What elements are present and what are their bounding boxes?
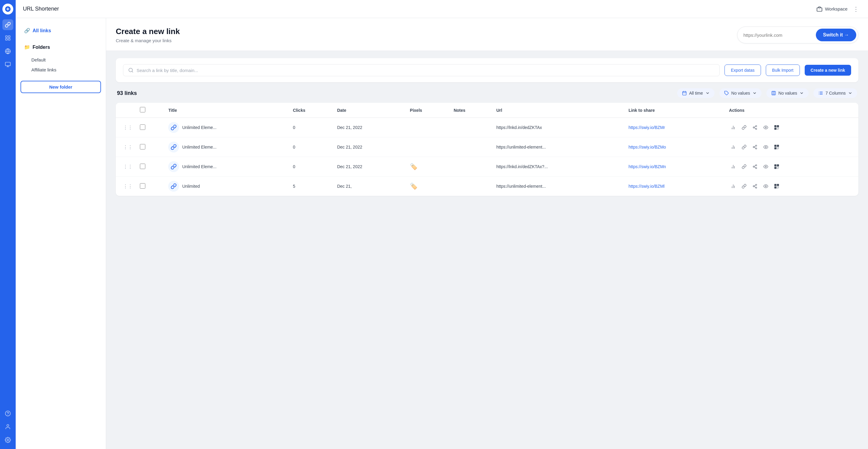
row-checkbox[interactable] (140, 183, 145, 189)
tags-filter[interactable]: No values (719, 88, 762, 98)
panel-heading: Create a new link (116, 27, 180, 36)
svg-line-17 (132, 71, 133, 72)
new-folder-button[interactable]: New folder (21, 81, 101, 93)
preview-icon[interactable] (762, 182, 770, 190)
row-checkbox[interactable] (140, 164, 145, 169)
search-input[interactable] (136, 68, 715, 73)
bulk-import-button[interactable]: Bulk Import (766, 64, 800, 76)
row-title: Unlimited Eleme... (182, 145, 216, 150)
copy-link-icon[interactable] (740, 143, 748, 151)
row-checkbox[interactable] (140, 124, 145, 130)
chevron-down-icon (706, 91, 710, 95)
share-icon[interactable] (751, 182, 759, 190)
pixels-cell: 🏷️ (406, 177, 450, 196)
sidebar-item-affiliate[interactable]: Affiliate links (21, 65, 101, 75)
svg-line-84 (754, 167, 756, 168)
preview-icon[interactable] (762, 143, 770, 151)
nav-item-settings[interactable] (2, 435, 13, 445)
app-title: URL Shortener (23, 6, 816, 12)
pixels-cell (406, 137, 450, 157)
share-link[interactable]: https://swiy.io/BZMn (629, 164, 666, 169)
drag-handle[interactable]: ⋮⋮ (123, 184, 133, 189)
sidebar-item-folders[interactable]: 📁 Folders (21, 42, 101, 53)
tags-no-values-label: No values (732, 91, 750, 96)
share-link[interactable]: https://swiy.io/BZMr (629, 125, 665, 130)
nav-item-globe[interactable] (2, 46, 13, 57)
share-icon[interactable] (751, 123, 759, 132)
svg-line-61 (754, 147, 756, 148)
nav-item-links[interactable] (2, 19, 13, 30)
qr-code-icon[interactable] (772, 162, 781, 171)
drag-cell: ⋮⋮ (116, 118, 136, 137)
link-favicon (168, 141, 179, 153)
select-all-checkbox[interactable] (140, 107, 145, 113)
panel-subheading: Create & manage your links (116, 38, 180, 43)
svg-rect-113 (775, 185, 776, 185)
copy-link-icon[interactable] (740, 162, 748, 171)
drag-handle[interactable]: ⋮⋮ (123, 164, 133, 169)
switch-it-button[interactable]: Switch it → (816, 29, 856, 41)
app-logo[interactable] (2, 4, 13, 14)
workspace-button[interactable]: Workspace (816, 6, 847, 12)
preview-icon[interactable] (762, 123, 770, 132)
share-icon[interactable] (751, 162, 759, 171)
svg-rect-68 (778, 146, 778, 146)
filter-bar: 93 links All time (116, 88, 858, 98)
nav-item-help[interactable] (2, 408, 13, 419)
share-link[interactable]: https://swiy.io/BZMo (629, 145, 666, 150)
svg-rect-46 (775, 128, 776, 129)
all-time-filter[interactable]: All time (677, 88, 715, 98)
col-title: Title (165, 103, 289, 118)
drag-handle[interactable]: ⋮⋮ (123, 145, 133, 150)
analytics-icon[interactable] (729, 162, 738, 171)
svg-rect-67 (775, 146, 776, 146)
analytics-icon[interactable] (729, 143, 738, 151)
url-cell: https://lnkd.in/dedZKTAx (493, 118, 625, 137)
svg-rect-2 (8, 36, 10, 38)
svg-rect-115 (775, 187, 776, 188)
nav-item-monitor[interactable] (2, 59, 13, 70)
analytics-icon[interactable] (729, 123, 738, 132)
svg-line-108 (754, 185, 756, 186)
svg-line-107 (754, 187, 756, 187)
analytics-icon[interactable] (729, 182, 738, 190)
drag-cell: ⋮⋮ (116, 177, 136, 196)
url-input[interactable] (743, 33, 816, 38)
preview-icon[interactable] (762, 162, 770, 171)
sidebar-item-default[interactable]: Default (21, 55, 101, 65)
copy-link-icon[interactable] (740, 182, 748, 190)
columns-count-filter[interactable]: 7 Columns (813, 88, 857, 98)
row-checkbox[interactable] (140, 144, 145, 150)
share-icon[interactable] (751, 143, 759, 151)
table-row: ⋮⋮ Unlimited 5 Dec 21, 🏷️ (116, 177, 858, 196)
create-link-button[interactable]: Create a new link (805, 65, 851, 76)
right-panel: Create a new link Create & manage your l… (106, 18, 868, 449)
share-link[interactable]: https://swiy.io/BZMl (629, 184, 665, 189)
nav-item-person[interactable] (2, 421, 13, 432)
qr-code-icon[interactable] (772, 143, 781, 151)
more-options-button[interactable]: ⋮ (851, 4, 861, 14)
svg-rect-4 (8, 39, 10, 40)
actions-cell (725, 137, 858, 157)
link-favicon (168, 161, 179, 172)
qr-code-icon[interactable] (772, 123, 781, 132)
url-cell: https://unlimited-element... (493, 177, 625, 196)
checkbox-cell (136, 177, 165, 196)
columns-filter[interactable]: No values (766, 88, 809, 98)
svg-point-40 (765, 127, 766, 128)
actions-cell (725, 177, 858, 196)
col-url: Url (493, 103, 625, 118)
export-button[interactable]: Export datas (724, 64, 761, 76)
nav-item-pages[interactable] (2, 33, 13, 43)
pixels-cell (406, 118, 450, 137)
sidebar-item-all-links[interactable]: 🔗 All links (21, 25, 101, 36)
drag-handle[interactable]: ⋮⋮ (123, 125, 133, 130)
copy-link-icon[interactable] (740, 123, 748, 132)
qr-code-icon[interactable] (772, 182, 781, 190)
chevron-down-icon-4 (848, 91, 852, 95)
panel-header: Create a new link Create & manage your l… (106, 18, 868, 51)
drag-cell: ⋮⋮ (116, 137, 136, 157)
clicks-cell: 5 (289, 177, 334, 196)
svg-point-12 (7, 425, 9, 427)
svg-rect-114 (778, 185, 778, 185)
